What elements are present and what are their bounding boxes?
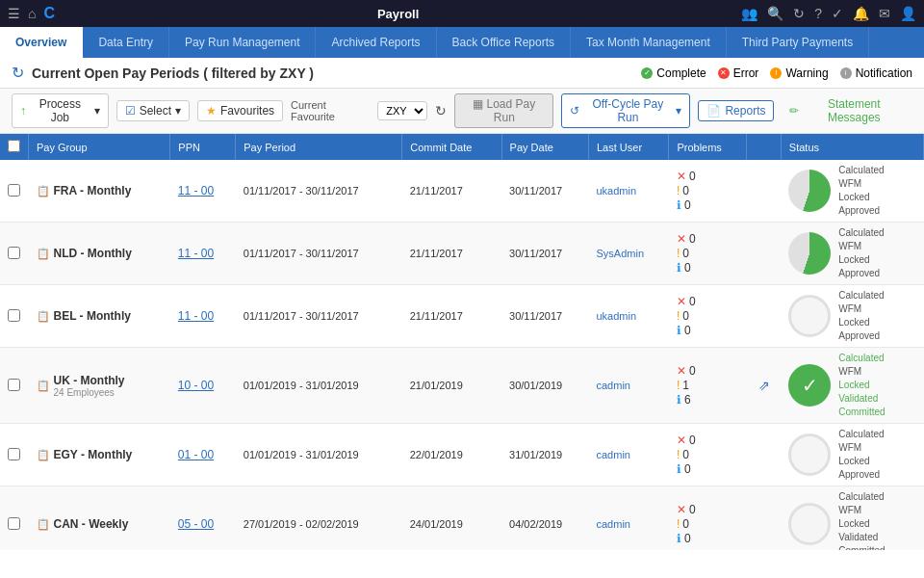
top-bar-right: 👥 🔍 ↻ ? ✓ 🔔 ✉ 👤 [741,6,916,21]
warning-count: 0 [682,247,689,260]
tab-pay-run-management[interactable]: Pay Run Management [169,27,316,58]
search-icon[interactable]: 🔍 [767,6,783,21]
favourites-button[interactable]: ★ Favourites [197,100,283,121]
check-icon[interactable]: ✓ [832,6,843,21]
row-checkbox-cell[interactable] [0,424,29,486]
tab-data-entry[interactable]: Data Entry [83,27,169,58]
header-pay-date: Pay Date [501,134,588,160]
pay-group-cell: 📋 UK - Monthly 24 Employees [29,348,170,424]
row-checkbox-cell[interactable] [0,348,29,424]
process-job-button[interactable]: ↑ Process Job ▾ [12,93,109,128]
error-count: 0 [689,503,696,516]
header-status: Status [781,134,923,160]
problems-cell: ✕ 0 ! 1 ℹ 6 [669,348,747,424]
ppn-link[interactable]: 10 - 00 [178,379,214,392]
row-checkbox[interactable] [8,517,20,530]
load-pay-run-button[interactable]: ▦ Load Pay Run [454,93,553,128]
header-last-user: Last User [589,134,669,160]
warning-problem-icon: ! [677,379,680,392]
info-problem-icon: ℹ [677,532,681,545]
calendar-icon: 📋 [37,185,50,197]
status-legend: ✓ Complete ✕ Error ! Warning i Notificat… [641,66,912,80]
ppn-link[interactable]: 11 - 00 [178,184,214,197]
tab-back-office-reports[interactable]: Back Office Reports [437,27,572,58]
warning-label: Warning [785,66,828,80]
refresh-favourites-icon[interactable]: ↻ [435,103,447,118]
row-checkbox[interactable] [8,184,20,197]
status-labels: CalculatedWFMLockedApproved [838,226,884,280]
warning-problem-icon: ! [677,184,680,197]
row-checkbox[interactable] [8,448,20,460]
page-header: ↻ Current Open Pay Periods ( filtered by… [0,58,924,89]
pay-group-name: EGY - Monthly [54,448,133,461]
statement-messages-button[interactable]: ✏ Statement Messages [782,94,912,127]
off-cycle-pay-run-button[interactable]: ↺ Off-Cycle Pay Run ▾ [561,93,690,128]
problem-blue: ℹ 6 [677,393,739,407]
header-pay-group: Pay Group [29,134,170,160]
last-user-cell: SysAdmin [589,223,669,285]
refresh-icon[interactable]: ↻ [793,6,805,21]
header-commit-date: Commit Date [402,134,501,160]
ppn-link[interactable]: 11 - 00 [178,247,214,260]
header-checkbox[interactable] [0,134,29,160]
commit-date-cell: 24/01/2019 [402,486,501,551]
problems-cell: ✕ 0 ! 0 ℹ 0 [669,223,747,285]
last-user-cell: ukadmin [589,285,669,348]
ppn-cell: 10 - 00 [170,348,236,424]
select-all-checkbox[interactable] [8,140,20,152]
menu-icon[interactable]: ☰ [8,6,20,21]
row-checkbox[interactable] [8,379,20,391]
tab-overview[interactable]: Overview [0,27,83,58]
info-count: 0 [684,462,691,476]
info-count: 0 [684,324,691,337]
tab-archived-reports[interactable]: Archived Reports [316,27,436,58]
favourite-select[interactable]: ZXY [377,101,427,120]
calendar-icon: 📋 [37,380,50,392]
share-cell [747,223,782,285]
status-circle-partial [788,232,831,275]
bell-icon[interactable]: 🔔 [853,6,869,21]
share-cell [747,160,782,223]
header-pay-period: Pay Period [236,134,402,160]
reports-icon: 📄 [706,104,721,118]
status-circle-empty [788,295,831,337]
problems-cell: ✕ 0 ! 0 ℹ 0 [669,486,747,551]
reports-button[interactable]: 📄 Reports [698,100,774,121]
ppn-link[interactable]: 05 - 00 [178,517,214,531]
mail-icon[interactable]: ✉ [879,6,890,21]
row-checkbox-cell[interactable] [0,160,29,223]
row-checkbox-cell[interactable] [0,223,29,285]
header-ppn: PPN [170,134,236,160]
user-icon[interactable]: 👤 [900,6,916,21]
last-user-cell: cadmin [589,486,669,551]
help-icon[interactable]: ? [814,6,822,21]
row-checkbox[interactable] [8,247,20,259]
problem-orange: ! 0 [677,247,739,260]
row-checkbox[interactable] [8,309,20,322]
row-checkbox-cell[interactable] [0,285,29,348]
pay-group-cell: 📋 NLD - Monthly [29,223,170,285]
home-icon[interactable]: ⌂ [28,6,36,21]
status-cell: CalculatedWFMLockedApproved [781,424,923,486]
last-user-cell: cadmin [589,424,669,486]
problem-red: ✕ 0 [677,232,739,246]
select-button[interactable]: ☑ Select ▾ [116,100,190,121]
app-title: Payroll [377,7,419,21]
warning-count: 0 [682,184,689,197]
process-job-chevron: ▾ [94,104,100,118]
pay-period-cell: 01/01/2019 - 31/01/2019 [236,348,402,424]
ppn-link[interactable]: 11 - 00 [178,309,214,323]
row-checkbox-cell[interactable] [0,486,29,551]
refresh-page-icon[interactable]: ↻ [12,64,24,82]
tab-tax-month-management[interactable]: Tax Month Management [571,27,727,58]
pay-date-cell: 30/11/2017 [501,285,588,348]
select-chevron: ▾ [175,104,181,118]
ppn-link[interactable]: 01 - 00 [178,448,214,461]
problem-blue: ℹ 0 [677,198,739,212]
info-problem-icon: ℹ [677,462,681,476]
status-labels: CalculatedWFMLockedValidatedCommitted [838,490,885,550]
error-problem-icon: ✕ [677,170,686,183]
users-icon[interactable]: 👥 [741,6,757,21]
share-icon[interactable]: ⇗ [758,378,770,393]
tab-third-party-payments[interactable]: Third Party Payments [727,27,869,58]
